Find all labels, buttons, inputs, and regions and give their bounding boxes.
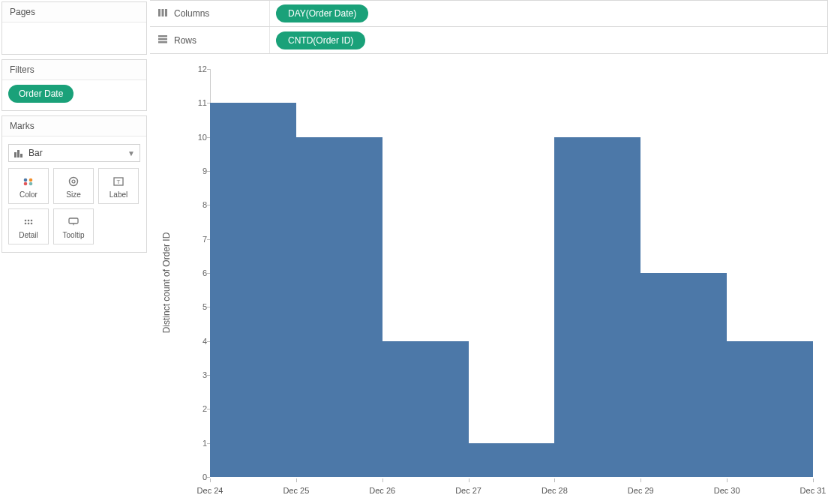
y-tick-mark (207, 239, 210, 240)
y-tick-mark (207, 137, 210, 138)
y-tick-mark (207, 205, 210, 206)
rows-icon (158, 34, 168, 46)
svg-point-12 (28, 219, 30, 221)
chart-bars (210, 69, 813, 477)
y-tick-label: 2 (189, 404, 207, 413)
columns-icon (158, 8, 168, 20)
y-tick-label: 0 (189, 472, 207, 482)
svg-point-16 (31, 222, 33, 224)
svg-rect-2 (20, 154, 22, 158)
marks-color-button[interactable]: Color (8, 168, 49, 204)
marks-size-button[interactable]: Size (53, 168, 94, 204)
chevron-down-icon: ▼ (128, 149, 135, 158)
y-tick-mark (207, 375, 210, 376)
columns-label: Columns (174, 8, 209, 19)
y-tick-label: 12 (189, 64, 207, 74)
detail-icon (22, 214, 35, 230)
y-tick-mark (207, 443, 210, 444)
svg-point-8 (72, 180, 75, 183)
pages-card: Pages (2, 2, 147, 55)
x-tick-mark (727, 478, 728, 482)
bar[interactable] (554, 137, 640, 477)
x-tick-label: Dec 25 (283, 486, 309, 495)
bar[interactable] (727, 341, 813, 477)
marks-label-button[interactable]: T Label (98, 168, 139, 204)
bar[interactable] (469, 443, 555, 477)
svg-rect-22 (158, 38, 167, 40)
marks-type-select[interactable]: Bar ▼ (8, 144, 140, 162)
x-tick-label: Dec 31 (800, 486, 826, 495)
marks-tooltip-button[interactable]: Tooltip (53, 208, 94, 244)
y-tick-label: 9 (189, 166, 207, 176)
svg-point-13 (31, 219, 33, 221)
y-tick-mark (207, 171, 210, 172)
bar[interactable] (210, 103, 296, 477)
x-axis-labels: Dec 24Dec 25Dec 26Dec 27Dec 28Dec 29Dec … (210, 482, 813, 498)
color-icon (22, 174, 35, 189)
svg-rect-0 (14, 152, 16, 158)
svg-point-7 (70, 177, 78, 185)
x-tick-mark (210, 478, 211, 482)
x-tick-label: Dec 30 (714, 486, 740, 495)
y-tick-label: 3 (189, 370, 207, 380)
x-tick-mark (296, 478, 297, 482)
marks-title: Marks (2, 116, 146, 136)
filters-drop-area[interactable]: Order Date (2, 80, 146, 110)
x-tick-mark (640, 478, 641, 482)
x-tick-mark (382, 478, 383, 482)
marks-label-label: Label (110, 190, 128, 199)
x-tick-mark (813, 478, 814, 482)
svg-rect-17 (69, 218, 78, 224)
y-tick-mark (207, 477, 210, 478)
chart-view[interactable]: Distinct count of Order ID 0123456789101… (150, 54, 828, 504)
columns-pill-day-order-date[interactable]: DAY(Order Date) (276, 4, 368, 22)
marks-size-label: Size (66, 190, 80, 199)
svg-point-5 (24, 182, 28, 185)
chart-plot-area[interactable]: 0123456789101112 (210, 69, 813, 477)
x-tick-label: Dec 28 (542, 486, 568, 495)
y-tick-mark (207, 341, 210, 342)
svg-rect-21 (158, 35, 167, 38)
size-icon (67, 174, 80, 189)
y-tick-label: 11 (189, 98, 207, 107)
tooltip-icon (67, 214, 80, 230)
pages-drop-area[interactable] (2, 22, 146, 54)
filter-pill-order-date[interactable]: Order Date (8, 85, 74, 103)
y-tick-label: 10 (189, 133, 207, 142)
svg-text:T: T (117, 178, 121, 185)
y-tick-mark (207, 409, 210, 410)
x-tick-label: Dec 27 (455, 486, 482, 495)
y-tick-label: 8 (189, 200, 207, 209)
bar[interactable] (296, 137, 382, 477)
label-icon: T (112, 174, 125, 189)
filters-title: Filters (2, 60, 146, 80)
x-tick-mark (554, 478, 555, 482)
filters-card: Filters Order Date (2, 59, 147, 111)
y-tick-mark (207, 69, 210, 70)
x-tick-mark (469, 478, 470, 482)
marks-color-label: Color (20, 190, 38, 199)
x-tick-label: Dec 24 (197, 486, 224, 495)
y-tick-label: 6 (189, 268, 207, 278)
bar[interactable] (640, 273, 727, 477)
rows-shelf[interactable]: Rows CNTD(Order ID) (150, 27, 828, 54)
svg-rect-20 (165, 9, 167, 16)
svg-rect-23 (158, 41, 167, 44)
svg-point-4 (29, 178, 33, 182)
svg-point-11 (25, 219, 27, 221)
y-tick-label: 5 (189, 302, 207, 311)
marks-detail-button[interactable]: Detail (8, 208, 49, 244)
svg-rect-1 (17, 150, 20, 158)
y-tick-mark (207, 307, 210, 308)
svg-point-15 (28, 222, 30, 224)
rows-pill-cntd-order-id[interactable]: CNTD(Order ID) (276, 32, 365, 50)
y-tick-label: 7 (189, 235, 207, 244)
x-tick-label: Dec 26 (369, 486, 395, 495)
bar[interactable] (382, 341, 469, 477)
y-tick-label: 1 (189, 439, 207, 448)
bar-chart-icon (14, 148, 24, 158)
svg-point-14 (25, 222, 27, 224)
y-tick-mark (207, 273, 210, 274)
columns-shelf[interactable]: Columns DAY(Order Date) (150, 0, 828, 27)
svg-rect-18 (158, 9, 160, 16)
